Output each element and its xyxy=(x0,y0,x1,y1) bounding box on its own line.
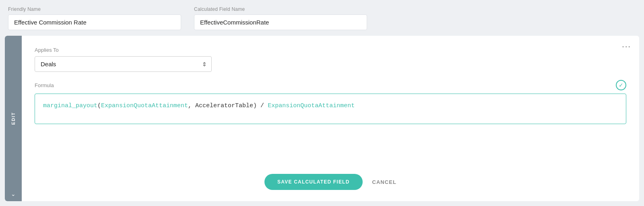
formula-header: Formula ✓ xyxy=(35,80,626,90)
calculated-field-name-input[interactable] xyxy=(194,14,367,30)
formula-editor[interactable]: marginal_payout(ExpansionQuotaAttainment… xyxy=(35,94,626,124)
formula-fn: marginal_payout xyxy=(43,102,97,109)
top-bar: Friendly Name Calculated Field Name xyxy=(0,0,644,36)
formula-param3: ExpansionQuotaAttainment xyxy=(268,102,355,109)
main-card: EDIT ⌄ ··· Applies To Deals Quota Rep ⇕ … xyxy=(5,36,639,201)
calculated-field-name-label: Calculated Field Name xyxy=(194,6,367,12)
calculated-field-name-group: Calculated Field Name xyxy=(194,6,367,30)
chevron-down-icon[interactable]: ⌄ xyxy=(5,191,22,197)
formula-label: Formula xyxy=(35,82,54,88)
applies-to-label: Applies To xyxy=(35,47,626,53)
friendly-name-label: Friendly Name xyxy=(8,6,181,12)
formula-section: Formula ✓ marginal_payout(ExpansionQuota… xyxy=(35,80,626,162)
edit-tab[interactable]: EDIT ⌄ xyxy=(5,36,22,201)
friendly-name-group: Friendly Name xyxy=(8,6,181,30)
formula-valid-icon: ✓ xyxy=(616,80,626,90)
formula-comma-param2: , AcceleratorTable) / xyxy=(188,102,268,109)
save-calculated-field-button[interactable]: SAVE CALCULATED FIELD xyxy=(264,174,362,190)
more-options-icon[interactable]: ··· xyxy=(622,42,631,51)
applies-to-section: Applies To Deals Quota Rep ⇕ xyxy=(35,47,626,72)
formula-param1: ExpansionQuotaAttainment xyxy=(101,102,188,109)
edit-tab-label: EDIT xyxy=(11,112,16,125)
formula-open-paren: ( xyxy=(97,102,101,109)
actions-bar: SAVE CALCULATED FIELD CANCEL xyxy=(35,170,626,192)
applies-to-select[interactable]: Deals Quota Rep xyxy=(35,56,212,72)
applies-to-select-wrapper: Deals Quota Rep ⇕ xyxy=(35,56,212,72)
friendly-name-input[interactable] xyxy=(8,14,181,30)
card-content: ··· Applies To Deals Quota Rep ⇕ Formula… xyxy=(22,36,639,201)
cancel-button[interactable]: CANCEL xyxy=(372,179,396,185)
